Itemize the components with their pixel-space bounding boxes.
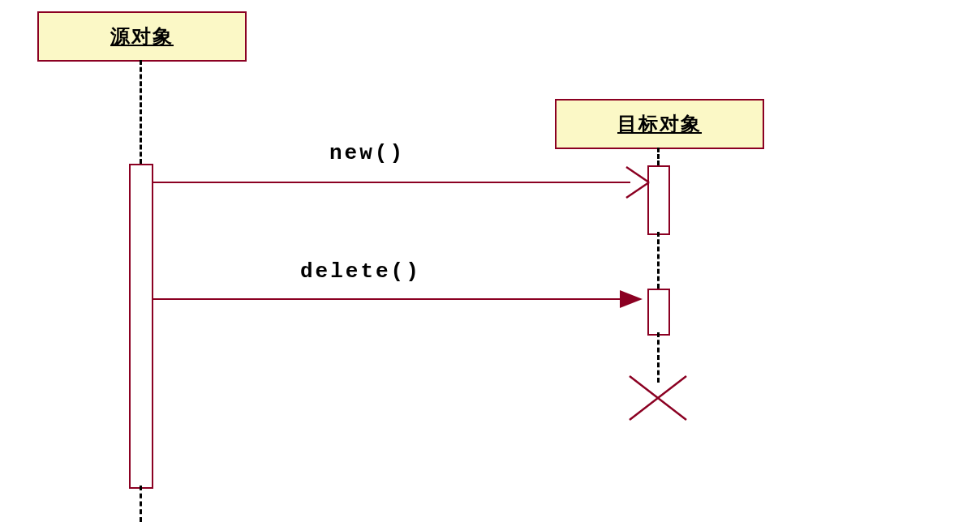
source-lifeline-bottom	[140, 486, 142, 522]
svg-line-0	[626, 167, 649, 182]
create-arrowhead-icon	[625, 165, 654, 199]
svg-marker-2	[620, 290, 643, 308]
target-lifeline-1	[657, 148, 660, 165]
delete-message-line	[152, 298, 630, 300]
source-lifeline-top	[140, 60, 142, 164]
target-object-box: 目标对象	[555, 99, 764, 149]
source-activation	[129, 164, 153, 489]
delete-message-label: delete()	[300, 259, 421, 284]
create-message-label: new()	[329, 141, 405, 165]
destroy-x-icon	[625, 371, 691, 425]
source-object-label: 源对象	[110, 24, 174, 49]
target-activation-2	[647, 289, 670, 336]
target-lifeline-2	[657, 232, 660, 289]
create-message-line	[152, 182, 630, 183]
source-object-box: 源对象	[37, 11, 247, 62]
svg-line-1	[626, 182, 649, 198]
delete-arrowhead-icon	[617, 287, 646, 311]
target-object-label: 目标对象	[617, 111, 702, 137]
